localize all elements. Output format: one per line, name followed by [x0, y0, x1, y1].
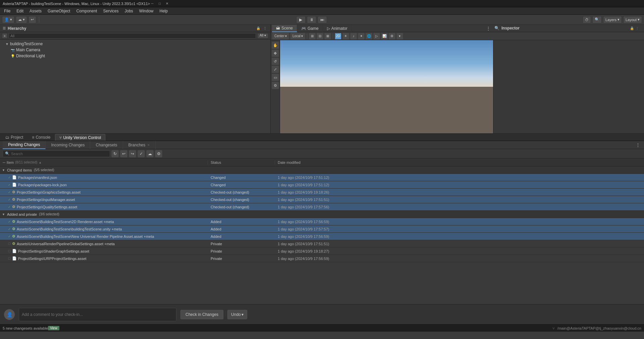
hierarchy-panel: ☰ Hierarchy 🔒 ⋮ + All ▾ ▼ buildingTestSc… — [0, 25, 271, 133]
hierarchy-item-camera[interactable]: 📷 Main Camera — [0, 47, 270, 53]
vc-tab-incoming[interactable]: Incoming Changes — [46, 141, 90, 149]
center-btn[interactable]: Center ▾ — [272, 33, 289, 40]
menu-component[interactable]: Component — [73, 8, 100, 14]
fx-btn[interactable]: ✦ — [358, 33, 365, 40]
table-row[interactable]: ✓ ⚙ Assets\Scene\BuildingTestScene\New U… — [0, 233, 644, 240]
vc-search-box[interactable]: 🔍 Search — [3, 150, 110, 157]
vc-apply[interactable]: ✓ — [138, 150, 145, 157]
transform-tool[interactable]: ⚙ — [272, 82, 279, 89]
tab-console[interactable]: ≡ Console — [28, 134, 54, 141]
grid-btn[interactable]: ⊞ — [309, 33, 316, 40]
rotate-tool[interactable]: ↺ — [272, 58, 279, 65]
hierarchy-menu[interactable]: ⋮ — [262, 26, 268, 31]
layers-dropdown[interactable]: Layers ▾ — [603, 16, 622, 23]
inspector-lock[interactable]: 🔒 — [629, 25, 635, 31]
audio-btn[interactable]: ♪ — [350, 33, 357, 40]
play-button[interactable]: ▶ — [296, 16, 306, 23]
row-status-6: Added — [208, 220, 275, 224]
tab-game[interactable]: 🎮 Game — [297, 25, 323, 32]
toolbar-cloud[interactable]: ☁ ▾ — [16, 16, 27, 23]
tab-animator[interactable]: ▷ Animator — [323, 25, 352, 32]
menu-help[interactable]: Help — [157, 8, 171, 14]
menu-assets[interactable]: Assets — [27, 8, 44, 14]
scale-tool[interactable]: ⤢ — [272, 66, 279, 73]
table-row[interactable]: ✓ ⚙ ProjectSettings\InputManager.asset C… — [0, 196, 644, 203]
layout-btn[interactable]: ⊟ — [317, 33, 323, 40]
check-icon-5: ✓ — [8, 205, 11, 209]
changed-toggle[interactable]: ▼ — [2, 168, 5, 172]
hierarchy-search[interactable] — [9, 33, 256, 39]
tab-scene[interactable]: 🏔 Scene — [272, 25, 297, 32]
sep-1 — [307, 33, 307, 39]
hierarchy-item-light[interactable]: 💡 Directional Light — [0, 53, 270, 59]
table-row[interactable]: ✓ ⚙ Assets\Scene\BuildingTestScene\2D Re… — [0, 218, 644, 225]
branches-close[interactable]: ✕ — [147, 143, 150, 147]
table-row[interactable]: ✓ 📄 Packages\packages-lock.json Changed … — [0, 181, 644, 189]
menu-services[interactable]: Services — [100, 8, 121, 14]
vc-undo[interactable]: ↩ — [120, 150, 127, 157]
vc-tab-changesets[interactable]: Changesets — [90, 141, 123, 149]
scene-canvas[interactable] — [280, 40, 493, 133]
vc-tab-branches[interactable]: Branches ✕ — [123, 141, 156, 149]
layout-dropdown[interactable]: Layout ▾ — [623, 16, 642, 23]
table-row[interactable]: ☐ 📄 ProjectSettings\ShaderGraphSettings.… — [0, 248, 644, 255]
undo-button[interactable]: Undo ▾ — [227, 310, 247, 319]
added-toggle[interactable]: ▼ — [2, 213, 5, 216]
inspector-title: Inspector — [499, 26, 629, 30]
minimize-button[interactable]: ─ — [150, 1, 155, 6]
pause-button[interactable]: ⏸ — [307, 16, 316, 23]
history-button[interactable]: ⏱ — [583, 16, 591, 23]
skybox-btn[interactable]: 🌐 — [366, 33, 372, 40]
2d-btn[interactable]: 2D — [335, 33, 341, 40]
vc-redo[interactable]: ↪ — [129, 150, 136, 157]
vc-settings[interactable]: ☁ — [146, 150, 154, 157]
menu-edit[interactable]: Edit — [14, 8, 26, 14]
hierarchy-lock[interactable]: 🔒 — [256, 26, 261, 31]
vc-refresh[interactable]: ↻ — [111, 150, 119, 157]
table-row[interactable]: ✓ ⚙ ProjectSettings\GraphicsSettings.ass… — [0, 189, 644, 196]
vc-sub-menu[interactable]: ⋮ — [635, 143, 641, 147]
stats-btn[interactable]: 📊 — [381, 33, 388, 40]
table-row[interactable]: ☐ ⚙ Assets\UniversalRenderPipelineGlobal… — [0, 240, 644, 248]
table-row[interactable]: ☐ 📄 ProjectSettings\URPProjectSettings.a… — [0, 255, 644, 262]
menu-gameobject[interactable]: GameObject — [45, 8, 73, 14]
step-button[interactable]: ⏭ — [318, 16, 327, 23]
table-row[interactable]: ✓ 📄 Packages\manifest.json Changed 1 day… — [0, 174, 644, 181]
vc-tab-pending[interactable]: Pending Changes — [3, 141, 46, 149]
toolbar-account[interactable]: 👤 ▾ — [2, 16, 14, 23]
maximize-button[interactable]: □ — [157, 1, 162, 6]
tab-project[interactable]: 🗂 Project — [1, 134, 27, 141]
menu-jobs[interactable]: Jobs — [122, 8, 136, 14]
close-button[interactable]: ✕ — [165, 1, 169, 6]
inspector-menu[interactable]: ⋮ — [635, 25, 640, 31]
menu-file[interactable]: File — [1, 8, 13, 14]
hand-tool[interactable]: ✋ — [272, 42, 279, 49]
anim-btn[interactable]: ▷ — [373, 33, 380, 40]
tab-version-control[interactable]: ⑂ Unity Version Control — [55, 134, 105, 141]
hierarchy-root[interactable]: ▼ buildingTestScene — [0, 41, 270, 47]
search-button[interactable]: 🔍 — [592, 16, 602, 23]
local-btn[interactable]: Local ▾ — [290, 33, 305, 40]
gizmos-btn[interactable]: ⚙ — [389, 33, 395, 40]
snap-btn[interactable]: ⊠ — [324, 33, 331, 40]
changed-items-section: ▼ Changed items (5/5 selected) — [0, 166, 644, 174]
toolbar-undo[interactable]: ↩ — [29, 16, 36, 23]
row-date-8: 1 day ago (2024/10/9 17:56:59) — [275, 234, 644, 239]
check-in-button[interactable]: Check in Changes — [180, 310, 223, 319]
comment-input[interactable] — [19, 308, 176, 321]
check-icon-3: ✓ — [8, 191, 11, 194]
scene-tab-menu[interactable]: ⋮ — [485, 25, 492, 32]
gizmos-chevron[interactable]: ▾ — [396, 33, 403, 40]
inspector-panel — [493, 40, 644, 133]
hierarchy-scope[interactable]: All ▾ — [257, 33, 268, 39]
menu-window[interactable]: Window — [137, 8, 156, 14]
vc-more[interactable]: ⚙ — [155, 150, 162, 157]
hierarchy-icon: ☰ — [3, 26, 6, 30]
light-btn[interactable]: ☀ — [342, 33, 349, 40]
table-row[interactable]: ✓ ⚙ ProjectSettings\QualitySettings.asse… — [0, 203, 644, 211]
rect-tool[interactable]: ▭ — [272, 74, 279, 81]
table-row[interactable]: ✓ ⚙ Assets\Scene\BuildingTestScene\build… — [0, 225, 644, 233]
move-tool[interactable]: ✥ — [272, 50, 279, 57]
view-button[interactable]: View — [48, 326, 59, 330]
hierarchy-add-btn[interactable]: + — [2, 33, 7, 39]
